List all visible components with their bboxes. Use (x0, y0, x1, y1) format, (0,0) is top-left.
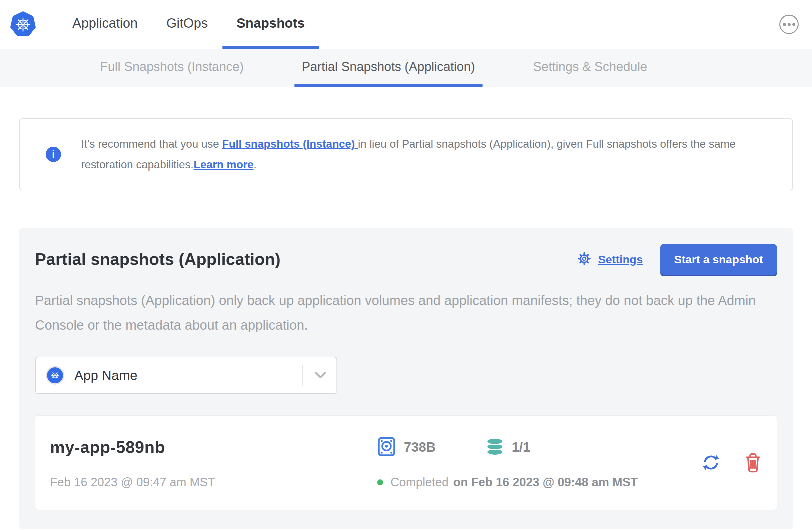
app-name-dropdown[interactable]: App Name (35, 357, 337, 394)
nav-tab-gitops[interactable]: GitOps (153, 0, 222, 49)
tab-settings-schedule[interactable]: Settings & Schedule (526, 49, 655, 87)
info-icon: i (46, 147, 61, 162)
snapshot-status: Completed on Feb 16 2023 @ 09:48 am MST (377, 475, 638, 489)
trash-icon (743, 452, 763, 474)
database-stack-icon (486, 437, 504, 457)
banner-text-3: . (253, 158, 257, 171)
ellipsis-menu-button[interactable] (779, 15, 799, 34)
top-nav: Application GitOps Snapshots (0, 0, 812, 49)
snapshot-size: 738B (404, 440, 436, 455)
panel-header: Partial snapshots (Application) Settings… (35, 244, 777, 275)
snapshot-volume-count: 1/1 (512, 440, 531, 455)
restore-snapshot-button[interactable] (700, 451, 722, 474)
banner-text-1: It’s recommend that you use (81, 138, 222, 150)
snapshot-size-stat: 738B (377, 437, 436, 458)
panel-title: Partial snapshots (Application) (35, 250, 280, 269)
full-snapshots-link[interactable]: Full snapshots (Instance) (222, 138, 358, 150)
partial-snapshots-panel: Partial snapshots (Application) Settings… (19, 228, 793, 529)
learn-more-link[interactable]: Learn more (194, 158, 254, 171)
snapshot-start-time: Feb 16 2023 @ 09:47 am MST (50, 475, 215, 489)
panel-description: Partial snapshots (Application) only bac… (35, 288, 774, 337)
snapshot-row: my-app-589nb 738B (35, 415, 777, 510)
recommendation-banner: i It’s recommend that you use Full snaps… (19, 118, 793, 190)
banner-text: It’s recommend that you use Full snapsho… (81, 134, 772, 175)
dropdown-divider (303, 365, 303, 386)
nav-tab-application[interactable]: Application (58, 0, 152, 49)
nav-tab-snapshots[interactable]: Snapshots (222, 0, 318, 49)
snapshot-row-line-1: my-app-589nb 738B (50, 437, 762, 458)
chevron-down-icon (315, 372, 327, 379)
settings-link-label: Settings (598, 253, 642, 266)
ellipsis-icon (783, 23, 786, 26)
kubernetes-app-icon (47, 367, 63, 383)
snapshot-name: my-app-589nb (50, 438, 165, 457)
status-completed-time: on Feb 16 2023 @ 09:48 am MST (453, 475, 638, 489)
status-label: Completed (391, 475, 449, 489)
snapshots-subnav: Full Snapshots (Instance) Partial Snapsh… (0, 49, 812, 87)
restore-icon (700, 451, 722, 474)
tab-partial-snapshots-application[interactable]: Partial Snapshots (Application) (294, 49, 482, 87)
snapshot-row-actions (700, 451, 763, 474)
status-dot-icon (377, 479, 383, 485)
delete-snapshot-button[interactable] (743, 452, 763, 474)
tab-full-snapshots-instance[interactable]: Full Snapshots (Instance) (93, 49, 251, 87)
disk-icon (377, 437, 396, 458)
gear-icon (577, 251, 592, 268)
panel-header-actions: Settings Start a snapshot (577, 244, 777, 275)
start-snapshot-button[interactable]: Start a snapshot (660, 244, 777, 275)
app-name-value: App Name (74, 368, 137, 383)
snapshot-settings-link[interactable]: Settings (577, 251, 642, 268)
snapshot-volumes-stat: 1/1 (486, 437, 531, 457)
kubernetes-logo-icon (10, 11, 36, 37)
snapshot-row-line-2: Feb 16 2023 @ 09:47 am MST Completed on … (50, 475, 762, 489)
